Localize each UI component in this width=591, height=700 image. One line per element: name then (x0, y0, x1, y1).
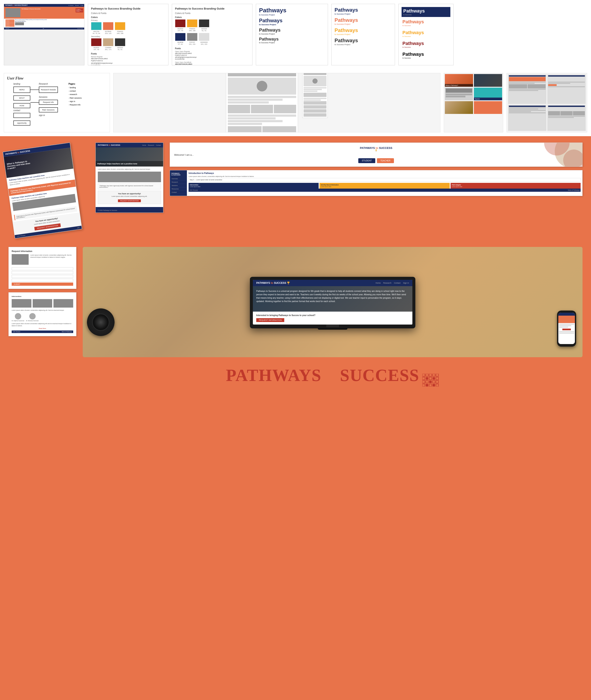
laptop-device: PATHWAYS to SUCCESS 🏆 Home Research Cont… (250, 277, 415, 328)
ss-item-5 (445, 101, 473, 114)
branding-title-2: Pathways to Success Branding Guide (175, 7, 249, 10)
author-1: Dr. Daphna Oyserman (12, 313, 24, 322)
sidebar-nav: Research 1 Research 2 Research 3 Researc… (5, 19, 14, 27)
sketch-label-contact: contact (13, 109, 20, 112)
branding-subtitle-1: Colors & Fonts (91, 12, 165, 14)
tilted-website-panel: PATHWAYS to SUCCESS What is Pathways toS… (8, 143, 89, 234)
ls-request-btn[interactable]: REQUEST INFORMATION (256, 318, 284, 322)
ls-nav-home[interactable]: Home (376, 282, 381, 284)
field-name[interactable] (12, 267, 73, 270)
footer-air: Meet of Pathways (62, 331, 72, 332)
sidebar-sessions[interactable]: Sessions (171, 184, 186, 187)
author-photo-1 (15, 313, 21, 320)
primary-swatches: ADCDA34, 75, 54 E07B4D223, 122 F5A623245… (91, 22, 165, 34)
ss-item-6 (474, 101, 502, 114)
dashboard-mockup: PATHWAYSto SUCCESS Overview Research Ses… (170, 170, 583, 196)
svg-rect-4 (436, 374, 439, 376)
field-school[interactable] (12, 275, 73, 278)
tv-dark-red-text: Pathways to Success (402, 40, 450, 49)
teacher-btn[interactable]: TEACHER (377, 158, 394, 163)
submit-btn[interactable]: SUBMIT (12, 283, 73, 286)
ls-nav-research[interactable]: Research (383, 282, 391, 284)
sketch-box-contact (13, 113, 30, 118)
bottom-to: to (325, 368, 337, 384)
video-screenshots-panel: What is Pathways? Teacher (444, 73, 503, 132)
field-district[interactable] (12, 279, 73, 282)
pm-footer: © 2020 Pathways to Success (96, 207, 163, 213)
sketch-box-rad: R&D Sessions (39, 107, 58, 113)
welcome-text: Welcome! I am a... (174, 154, 578, 156)
article-authors: Dr. Daphna Oyserman Dr. Nicholas Sorense… (12, 313, 73, 322)
laptop-screen: PATHWAYS to SUCCESS 🏆 Home Research Cont… (253, 280, 412, 325)
sketch-label-sessions: Sessions (39, 96, 48, 98)
sketch-label-landing: landing (13, 83, 20, 85)
svg-rect-2 (429, 374, 432, 376)
nav-for-teachers[interactable]: For Teachers (69, 5, 74, 6)
laptop-base (318, 328, 347, 330)
nav-contact[interactable]: Contact (80, 5, 83, 6)
svg-rect-5 (422, 377, 425, 380)
sketch-label-signin: sign in (39, 114, 45, 117)
svg-rect-18 (433, 384, 435, 387)
pm-nav: PATHWAYS to SUCCESS Home Research Contac… (98, 144, 161, 146)
author-2: Dr. Nicholas Sorensen (26, 313, 39, 322)
arrow-1 (30, 89, 39, 90)
row3-website-mockups: PATHWAYS to SUCCESS What is Pathways toS… (0, 136, 591, 240)
ls-nav: Home Research Contact Sign In (376, 282, 409, 284)
ls-content: Interested in bringing Pathways to Succe… (253, 311, 412, 325)
pm-opp-btn[interactable]: REQUEST INTERVENTION (118, 199, 141, 202)
pm-logo: PATHWAYS to SUCCESS (98, 144, 120, 146)
svg-rect-16 (426, 384, 428, 387)
laptop-scene-bg: PATHWAYS to SUCCESS 🏆 Home Research Cont… (83, 247, 583, 357)
nav-research[interactable]: Research (75, 5, 79, 6)
dashboard-footer: USC Rossier Meet of Pathways (189, 189, 581, 192)
sidebar-overview[interactable]: Overview (171, 177, 186, 181)
sidebar-resources[interactable]: Resources (171, 187, 186, 191)
ls-nav-contact[interactable]: Contact (394, 282, 400, 284)
pm-quote: "Pathways has been rigorously tested, wi… (98, 184, 161, 190)
pm-nav-research[interactable]: Research (148, 144, 154, 146)
dashboard-title: Introduction to Pathways (189, 172, 581, 174)
sketch-box-opportunity: opportunity (13, 121, 30, 126)
card-intervention: Intervention Lorem ipsum dolor (189, 183, 319, 189)
svg-rect-8 (433, 377, 435, 380)
svg-rect-19 (436, 384, 439, 387)
typography-panel-1: Pathways to Success Project Pathways to … (256, 4, 328, 65)
pm-hero-img: Pathways helps teachers set a positive t… (96, 147, 163, 166)
pm-nav-home[interactable]: Home (142, 144, 146, 146)
branding-title-1: Pathways to Success Branding Guide (91, 7, 165, 10)
pm-nav-contact[interactable]: Contact (156, 144, 161, 146)
ls-nav-signin[interactable]: Sign In (403, 282, 409, 284)
student-btn[interactable]: STUDENT (358, 158, 375, 163)
sidebar-research[interactable]: Research (171, 181, 186, 184)
author-name-2: Dr. Nicholas Sorensen (26, 320, 39, 322)
field-email[interactable] (12, 271, 73, 274)
sketch-box-research-module: Research Module (39, 86, 58, 93)
bottom-title: PATHWAYS to SUCCESS (226, 361, 439, 387)
tv-gold-text: Pathways to Success (402, 29, 450, 38)
mockup-grid-right (508, 74, 586, 131)
request-photo (12, 254, 28, 265)
right-mockups-panel (507, 73, 587, 132)
laptop-device-wrapper: PATHWAYS to SUCCESS 🏆 Home Research Cont… (83, 247, 583, 357)
userflow-title: User Flow (7, 76, 107, 81)
tilted-mockup: PATHWAYS to SUCCESS What is Pathways toS… (3, 143, 82, 238)
row4-final-mockups: Request Information Lorem ipsum dolor si… (0, 240, 591, 395)
welcome-btn-row: STUDENT TEACHER (174, 158, 578, 163)
article-photo-1 (12, 299, 31, 307)
laptop-panel: PATHWAYS to SUCCESS 🏆 Home Research Cont… (83, 247, 583, 387)
dashboard-sidebar: PATHWAYSto SUCCESS Overview Research Ses… (170, 170, 187, 196)
pm-page: PATHWAYS to SUCCESS Home Research Contac… (95, 143, 163, 213)
content-block2: What is Identity-Based Motivation? (15, 21, 47, 22)
sidebar-contact[interactable]: Contact (171, 191, 186, 194)
content-block1: What is the empirical support for Pathwa… (15, 19, 47, 21)
read-more-link[interactable]: Read More (12, 328, 73, 329)
request-form: Request Information Lorem ipsum dolor si… (8, 247, 76, 289)
branding-guide-1: Pathways to Success Branding Guide Color… (88, 4, 169, 65)
speaker-device (87, 308, 115, 336)
sketch-area: landing HERO WHAT HOW contact opportunit… (7, 83, 107, 129)
arrow-2 (30, 102, 39, 103)
print-materials-panel: Request Information Lorem ipsum dolor si… (8, 247, 76, 336)
hero-left-content: The Pathways to Success Intervention (22, 8, 74, 17)
screenshot-grid: What is Pathways? Teacher (444, 73, 503, 115)
